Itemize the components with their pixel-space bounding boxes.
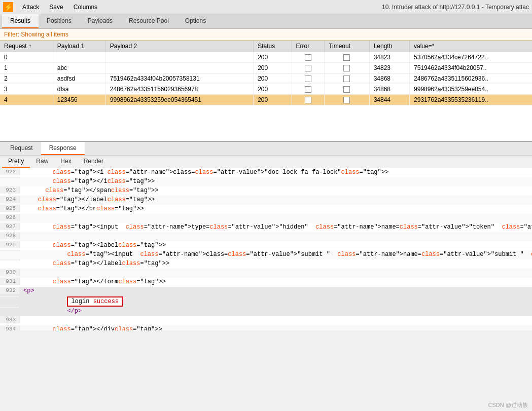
code-line: class="tag"></labelclass="tag">> — [0, 259, 532, 269]
login-success-box: login success — [67, 296, 123, 307]
sub-tab-pretty[interactable]: Pretty — [2, 156, 30, 168]
code-line: 928 — [0, 232, 532, 241]
code-line: 931 class="tag"></formclass="tag">> — [0, 278, 532, 287]
col-value[interactable]: value=* — [410, 41, 532, 52]
close-p-line: </p> — [0, 307, 532, 316]
menu-columns[interactable]: Columns — [68, 3, 102, 12]
results-table-section: Request ↑ Payload 1 Payload 2 Status Err… — [0, 41, 532, 142]
code-line: 924 class="tag"></labelclass="tag">> — [0, 196, 532, 205]
col-request[interactable]: Request ↑ — [0, 41, 53, 52]
req-res-tab-bar: Request Response — [0, 142, 532, 156]
tab-request[interactable]: Request — [2, 142, 41, 155]
table-row[interactable]: 3dfsa2486762a433511560293656978200348689… — [0, 84, 532, 95]
code-line: 929 class="tag"><labelclass="tag">> — [0, 241, 532, 250]
code-line-932: 932<p> — [0, 287, 532, 296]
menu-attack[interactable]: Attack — [17, 3, 44, 12]
code-line: 933 — [0, 316, 532, 325]
tab-resource-pool[interactable]: Resource Pool — [121, 14, 177, 28]
sub-tab-render[interactable]: Render — [78, 156, 110, 168]
code-line: 926 — [0, 214, 532, 223]
code-line: 927 class="tag"><input class="attr-name"… — [0, 223, 532, 232]
table-row[interactable]: 2asdfsd7519462a4334f04b20057358131200348… — [0, 73, 532, 84]
results-table: Request ↑ Payload 1 Payload 2 Status Err… — [0, 41, 532, 105]
sub-tab-bar: Pretty Raw Hex Render — [0, 156, 532, 168]
col-status[interactable]: Status — [254, 41, 292, 52]
col-length[interactable]: Length — [369, 41, 409, 52]
tab-positions[interactable]: Positions — [39, 14, 80, 28]
table-row[interactable]: 41234569998962a43353259ee054365451200348… — [0, 95, 532, 105]
tab-results[interactable]: Results — [2, 14, 39, 28]
code-line: class="tag"><input class="attr-name">cla… — [0, 250, 532, 259]
code-line: 925 class="tag"></brclass="tag">> — [0, 205, 532, 214]
col-error[interactable]: Error — [292, 41, 325, 52]
table-header-row: Request ↑ Payload 1 Payload 2 Status Err… — [0, 41, 532, 52]
code-line: class="tag"></iclass="tag">> — [0, 177, 532, 186]
sub-tab-hex[interactable]: Hex — [54, 156, 77, 168]
code-line: 934 class="tag"></divclass="tag">> — [0, 325, 532, 330]
col-payload1[interactable]: Payload 1 — [53, 41, 105, 52]
code-line: 922 class="tag"><i class="attr-name">cla… — [0, 168, 532, 177]
col-payload2[interactable]: Payload 2 — [105, 41, 253, 52]
menu-save[interactable]: Save — [44, 3, 68, 12]
code-line: 923 class="tag"></spanclass="tag">> — [0, 186, 532, 196]
window-title: 10. Intruder attack of http://127.0.0.1 … — [382, 4, 529, 11]
app-logo: ⚡ — [3, 2, 13, 12]
table-row[interactable]: 0200348235370562a4334ce7264722.. — [0, 52, 532, 63]
tab-payloads[interactable]: Payloads — [80, 14, 121, 28]
sub-tab-raw[interactable]: Raw — [30, 156, 54, 168]
table-row[interactable]: 1abc200348237519462a4334f04b20057.. — [0, 63, 532, 73]
code-viewer[interactable]: 922 class="tag"><i class="attr-name">cla… — [0, 168, 532, 330]
login-success-line: login success — [0, 296, 532, 307]
tab-response[interactable]: Response — [41, 142, 85, 155]
main-tab-bar: Results Positions Payloads Resource Pool… — [0, 14, 532, 29]
filter-bar: Filter: Showing all items — [0, 29, 532, 41]
col-timeout[interactable]: Timeout — [325, 41, 370, 52]
code-line: 930 — [0, 269, 532, 278]
tab-options[interactable]: Options — [177, 14, 214, 28]
menu-bar: ⚡ Attack Save Columns 10. Intruder attac… — [0, 0, 532, 14]
